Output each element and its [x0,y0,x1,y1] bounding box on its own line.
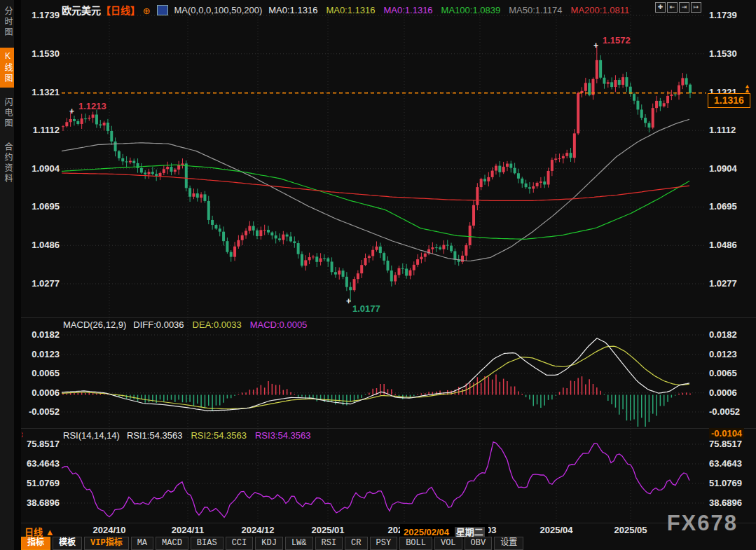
macd-axis-label: -0.0052 [709,406,740,417]
rsi-values: RSI1:54.3563RSI2:54.3563RSI3:54.3563 [127,430,311,441]
price-axis-label: 1.0277 [21,278,60,289]
panel-divider [21,523,756,523]
export-icon[interactable]: ↦ [691,2,701,13]
diff-line [62,338,689,411]
ma-value-2: MA0:1.1316 [384,5,433,15]
macd-axis-label: 0.0182 [21,329,60,340]
price-axis-label: 1.0486 [21,240,60,250]
symbol-name: 欧元美元 [62,5,101,16]
chart-canvas[interactable] [0,0,756,550]
sidebar-tab-3[interactable]: 合约资料 [0,139,14,188]
macd-part-2: MACD:0.0005 [250,319,308,330]
rsi-axis-label: 38.6896 [21,497,60,508]
macd-header: MACD(26,12,9) DIFF:0.0036DEA:0.0033MACD:… [63,319,307,330]
macd-part-1: DEA:0.0033 [193,319,242,330]
toolbar-item-11[interactable]: PSY [370,537,398,550]
current-price-tag: 1.1316 [708,93,750,108]
toolbar-item-6[interactable]: CCI [226,537,254,550]
rsi-part-2: RSI3:54.3563 [255,430,311,441]
panel-divider [21,428,756,429]
price-axis-label: 1.1530 [21,48,60,59]
price-axis-label: 1.1739 [21,10,60,20]
month-axis-label: 2024/10 [80,525,139,535]
toolbar-item-3[interactable]: MA [131,537,153,550]
toolbar-item-9[interactable]: RSI [315,537,343,550]
rsi-axis-label: 75.8517 [21,439,60,449]
price-axis-label: 1.1112 [709,125,736,135]
ma-value-5: MA200:1.0811 [571,5,630,15]
ma-value-4: MA50:1.1174 [509,5,562,15]
toolbar-item-15[interactable]: 设置 [494,537,523,550]
month-axis-label: 2025/01 [298,525,357,535]
rsi-header: RSI(14,14,14) RSI1:54.3563RSI2:54.3563RS… [63,430,310,441]
macd-name: MACD(26,12,9) [63,319,126,330]
toolbar-item-4[interactable]: MACD [156,537,188,550]
toolbar-item-5[interactable]: BIAS [191,537,224,550]
toolbar-item-1[interactable]: 模板 [53,537,82,550]
mini-chart-icon[interactable] [157,5,168,15]
toolbar-item-0[interactable]: 指标 [21,537,50,550]
scroll-latest-icon[interactable]: ▲▲ [744,84,750,92]
toolbar-item-8[interactable]: LW& [285,537,313,550]
tooltip-weekday: 星期二 [455,527,485,537]
macd-axis-label: 0.0065 [21,368,60,378]
macd-values: DIFF:0.0036DEA:0.0033MACD:0.0005 [133,319,307,330]
ma-value-0: MA0:1.1316 [268,5,317,15]
sidebar-tab-2[interactable]: 闪电图 [0,94,14,132]
add-icon[interactable]: ⊕ [143,6,151,16]
brand-watermark: FX678 [667,511,738,536]
extreme-marker: + [69,106,74,116]
toolbar-item-12[interactable]: BOLL [399,537,432,550]
price-axis-label: 1.0486 [709,240,737,250]
price-axis-label: 1.0695 [709,201,737,212]
rsi-axis-label: 51.0769 [21,478,60,488]
ma-value-1: MA0:1.1316 [326,5,375,15]
month-axis-label: 2025/04 [527,525,586,535]
toolbar-item-13[interactable]: VOL [434,537,462,550]
macd-axis-label: 0.0006 [709,387,737,398]
period-tag: 【日线】 [101,5,140,16]
sidebar-tab-0[interactable]: 分时图 [0,3,14,41]
macd-axis-label: 0.0123 [21,349,60,359]
price-axis-label: 1.1112 [21,125,60,135]
chart-header: 欧元美元【日线】 ⊕ MA(0,0,0,100,50,200) MA0:1.13… [62,3,629,17]
extreme-annotation: 1.1572 [603,35,631,46]
macd-axis-label: -0.0052 [21,406,60,417]
shift-right-icon[interactable]: ⇥ [679,2,689,13]
rsi-part-0: RSI1:54.3563 [127,430,183,441]
price-axis-label: 1.1321 [21,87,60,97]
month-axis-label: 2024/12 [228,525,287,535]
toolbar-item-7[interactable]: KDJ [255,537,283,550]
toolbar-item-14[interactable]: OBV [465,537,493,550]
triangle-up-icon: ▲ [46,527,55,537]
ma-settings-label: MA(0,0,0,100,50,200) [174,5,263,15]
rsi-axis-label: 51.0769 [709,478,742,488]
toolbar-item-2[interactable]: VIP指标 [84,537,129,550]
trading-chart-app: 分时图K线图闪电图合约资料 欧元美元【日线】 ⊕ MA(0,0,0,100,50… [0,0,756,550]
macd-part-0: DIFF:0.0036 [133,319,184,330]
rsi-name: RSI(14,14,14) [63,430,120,441]
rsi-axis-label: 75.8517 [709,439,742,449]
price-axis-label: 1.0277 [709,278,737,289]
sidebar-tab-1[interactable]: K线图 [0,48,14,88]
sidebar-gutter [14,0,21,550]
rsi-axis-label: 38.6896 [709,497,742,508]
price-axis-label: 1.1739 [709,10,737,20]
rsi-part-1: RSI2:54.3563 [191,430,247,441]
macd-axis-label: 0.0123 [709,349,737,359]
dea-line [62,346,689,409]
move-icon[interactable]: ✚ [655,2,666,13]
price-axis-label: 1.0695 [21,201,60,212]
month-axis-label: 2024/11 [158,525,217,535]
rsi-axis-label: 63.4643 [709,458,742,469]
extreme-annotation: 1.0177 [352,303,380,314]
ma-value-3: MA100:1.0839 [441,5,501,15]
price-axis-label: 1.0904 [21,163,60,174]
tooltip-date: 2025/02/04 [404,527,449,537]
shift-left-icon[interactable]: ⇤ [667,2,678,13]
macd-min-tag: -0.0104 [709,428,744,439]
price-axis-label: 1.1530 [709,48,737,59]
toolbar-item-10[interactable]: CR [345,537,367,550]
left-sidebar: 分时图K线图闪电图合约资料 [0,0,14,550]
macd-axis-label: 0.0006 [21,387,60,398]
